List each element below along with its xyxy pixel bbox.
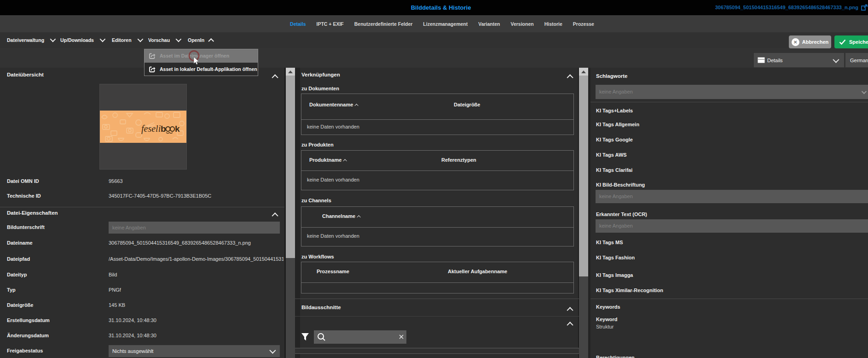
- svg-text:k: k: [175, 124, 180, 134]
- svg-text:feseli: feseli: [141, 123, 161, 134]
- svg-text:b: b: [161, 124, 166, 134]
